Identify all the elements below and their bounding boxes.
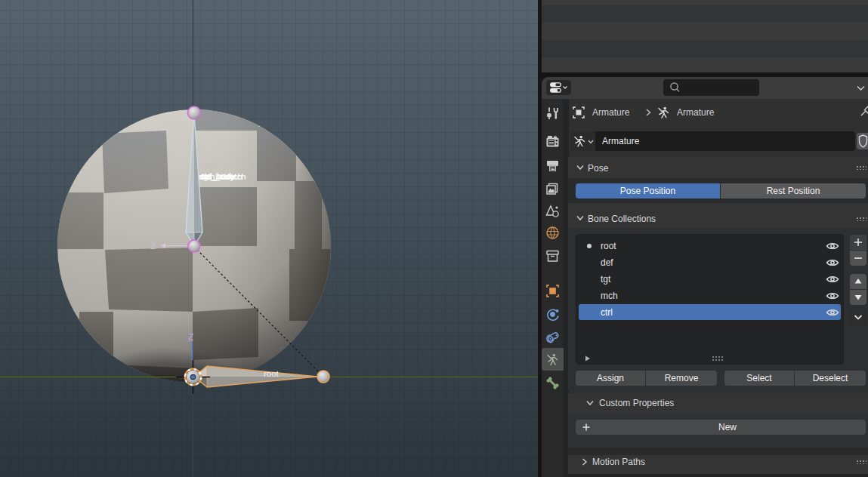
svg-text:Z: Z [150,241,156,251]
svg-text:root: root [264,369,280,378]
svg-text:ctrl_body: ctrl_body [200,171,236,180]
svg-text:Z: Z [188,332,193,343]
